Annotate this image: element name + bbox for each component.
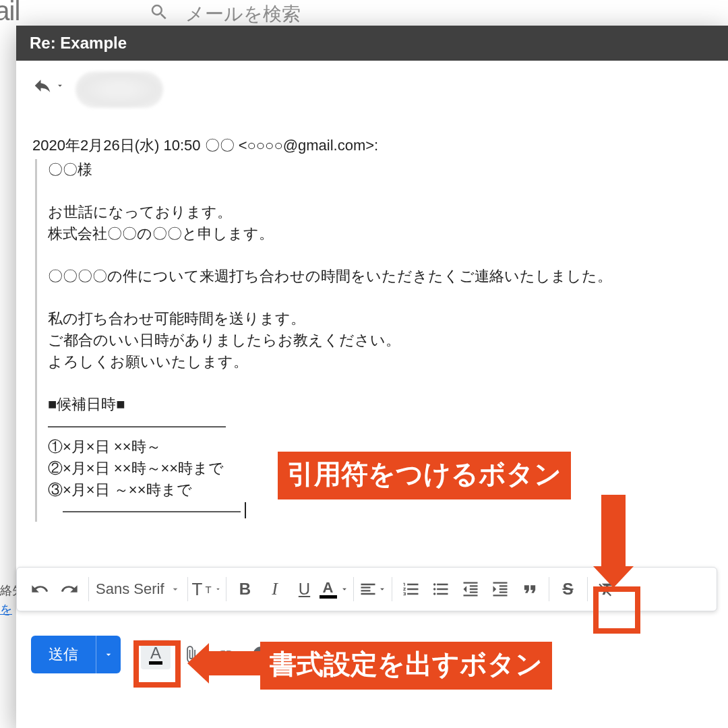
strikethrough-button[interactable]: S: [553, 573, 583, 605]
app-logo-fragment: mail: [0, 0, 20, 26]
align-button[interactable]: [358, 573, 388, 605]
annotation-arrow-down: [601, 495, 626, 569]
font-family-picker[interactable]: Sans Serif: [93, 580, 183, 598]
bold-button[interactable]: B: [231, 573, 260, 605]
search-icon: [149, 2, 169, 27]
annotation-format-label: 書式設定を出すボタン: [260, 642, 552, 690]
quote-line: ■候補日時■: [48, 394, 712, 415]
quote-line: 私の打ち合わせ可能時間を送ります。: [48, 308, 712, 330]
quote-line: 株式会社〇〇の〇〇と申します。: [48, 223, 712, 245]
quote-line: 〇〇〇〇の件について来週打ち合わせの時間をいただきたくご連絡いたしました。: [48, 266, 712, 287]
annotation-highlight-format: [133, 640, 181, 688]
quote-line: よろしくお願いいたします。: [48, 351, 712, 373]
underline-button[interactable]: U: [290, 573, 320, 605]
indent-more-button[interactable]: [485, 573, 515, 605]
quote-line: ――――――――――――: [48, 415, 712, 437]
annotation-arrow-left: [206, 651, 260, 675]
italic-button[interactable]: I: [260, 573, 290, 605]
annotation-quote-label: 引用符をつけるボタン: [278, 452, 571, 499]
send-button[interactable]: 送信: [31, 636, 96, 673]
text-cursor: [245, 502, 246, 518]
search-placeholder: メールを検索: [185, 1, 301, 27]
quote-line: 〇〇様: [48, 159, 712, 181]
send-button-group: 送信: [31, 636, 121, 673]
recipient-chip-blurred[interactable]: [75, 71, 163, 108]
reply-icon[interactable]: [32, 75, 65, 96]
undo-button[interactable]: [25, 573, 55, 605]
redo-button[interactable]: [55, 573, 84, 605]
send-options-button[interactable]: [96, 636, 121, 673]
quote-header: 2020年2月26日(水) 10:50 〇〇 <○○○○@gmail.com>:: [32, 135, 712, 156]
font-size-picker[interactable]: TT: [192, 573, 222, 605]
quote-line: お世話になっております。: [48, 202, 712, 223]
text-color-button[interactable]: A: [320, 573, 349, 605]
recipient-row[interactable]: [16, 61, 728, 131]
compose-title[interactable]: Re: Example: [16, 26, 728, 61]
bullet-list-button[interactable]: [426, 573, 456, 605]
numbered-list-button[interactable]: [396, 573, 426, 605]
indent-less-button[interactable]: [456, 573, 485, 605]
quote-button[interactable]: [515, 573, 545, 605]
sidebar-link-fragment[interactable]: を: [0, 601, 12, 617]
quote-line: ご都合のいい日時がありましたらお教えください。: [48, 330, 712, 351]
annotation-highlight-quote: [593, 586, 640, 634]
